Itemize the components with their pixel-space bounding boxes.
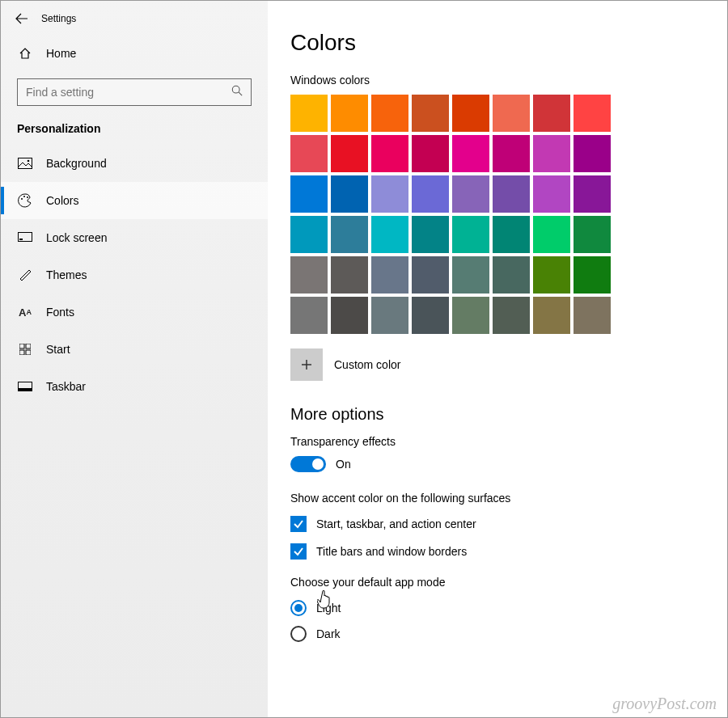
color-swatch[interactable]: [533, 297, 570, 334]
color-swatch[interactable]: [574, 297, 611, 334]
color-swatch[interactable]: [371, 135, 408, 172]
color-swatch[interactable]: [533, 95, 570, 132]
color-swatch[interactable]: [371, 256, 408, 294]
sidebar-item-colors[interactable]: Colors: [1, 182, 268, 219]
color-swatch[interactable]: [574, 175, 611, 213]
color-swatch[interactable]: [452, 297, 489, 334]
color-swatch[interactable]: [412, 256, 449, 294]
color-swatch[interactable]: [371, 297, 408, 334]
color-swatch[interactable]: [290, 256, 328, 294]
picture-icon: [17, 155, 33, 171]
custom-color-button[interactable]: [290, 348, 323, 381]
radio-label: Light: [316, 602, 341, 615]
color-swatch[interactable]: [371, 95, 408, 132]
window-title: Settings: [41, 13, 76, 24]
monitor-icon: [17, 230, 33, 246]
color-swatch[interactable]: [533, 175, 570, 213]
sidebar-item-lock-screen[interactable]: Lock screen: [1, 219, 268, 256]
arrow-left-icon: [15, 12, 28, 25]
search-input-wrap[interactable]: [17, 78, 252, 106]
transparency-toggle[interactable]: [290, 456, 326, 472]
radio-dark[interactable]: [290, 626, 307, 642]
color-swatch[interactable]: [574, 135, 611, 172]
more-options-heading: More options: [290, 405, 711, 424]
color-swatch[interactable]: [493, 297, 530, 334]
color-swatch[interactable]: [452, 256, 489, 294]
color-swatch[interactable]: [412, 95, 449, 132]
color-swatch[interactable]: [331, 175, 368, 213]
brush-icon: [17, 267, 33, 283]
nav-list: Background Colors Lock screen Themes AA …: [1, 145, 268, 405]
font-icon: AA: [17, 304, 33, 320]
sidebar-item-label: Taskbar: [46, 380, 86, 393]
color-swatch[interactable]: [290, 95, 328, 132]
color-swatch[interactable]: [574, 95, 611, 132]
color-swatch[interactable]: [290, 175, 328, 213]
color-swatch[interactable]: [452, 175, 489, 213]
radio-light[interactable]: [290, 600, 307, 616]
sidebar-item-taskbar[interactable]: Taskbar: [1, 368, 268, 405]
sidebar-item-label: Colors: [46, 194, 78, 207]
color-swatch[interactable]: [533, 256, 570, 294]
sidebar-item-fonts[interactable]: AA Fonts: [1, 294, 268, 331]
custom-color-row: Custom color: [290, 348, 711, 381]
color-swatch[interactable]: [412, 297, 449, 334]
color-swatch[interactable]: [574, 256, 611, 294]
color-swatch[interactable]: [533, 216, 570, 253]
page-title: Colors: [290, 30, 711, 56]
checkmark-icon: [293, 518, 304, 530]
search-icon: [231, 85, 243, 99]
app-mode-label: Choose your default app mode: [290, 576, 711, 589]
back-button[interactable]: [7, 4, 36, 33]
sidebar-item-label: Lock screen: [46, 231, 107, 244]
search-input[interactable]: [26, 86, 220, 99]
start-icon: [17, 341, 33, 357]
color-swatch[interactable]: [331, 135, 368, 172]
color-swatch[interactable]: [331, 256, 368, 294]
checkbox-label: Title bars and window borders: [316, 545, 467, 558]
color-swatch-grid: [290, 95, 711, 334]
svg-point-3: [21, 198, 23, 200]
color-swatch[interactable]: [452, 216, 489, 253]
search-container: [17, 78, 252, 106]
svg-rect-10: [19, 350, 24, 355]
palette-icon: [17, 192, 33, 209]
svg-rect-1: [19, 158, 32, 169]
sidebar-item-start[interactable]: Start: [1, 331, 268, 368]
sidebar-item-label: Themes: [46, 268, 87, 281]
color-swatch[interactable]: [574, 216, 611, 253]
sidebar-item-label: Fonts: [46, 306, 74, 319]
accent-surfaces-label: Show accent color on the following surfa…: [290, 492, 711, 505]
sidebar: Settings Home Personalization Background: [1, 1, 268, 717]
color-swatch[interactable]: [290, 297, 328, 334]
home-nav[interactable]: Home: [1, 36, 268, 70]
plus-icon: [300, 358, 313, 371]
sidebar-item-background[interactable]: Background: [1, 145, 268, 182]
color-swatch[interactable]: [452, 135, 489, 172]
custom-color-label: Custom color: [334, 358, 400, 371]
color-swatch[interactable]: [371, 175, 408, 213]
color-swatch[interactable]: [452, 95, 489, 132]
color-swatch[interactable]: [493, 135, 530, 172]
color-swatch[interactable]: [331, 95, 368, 132]
color-swatch[interactable]: [533, 135, 570, 172]
color-swatch[interactable]: [331, 297, 368, 334]
checkbox-title-bars[interactable]: [290, 543, 307, 560]
color-swatch[interactable]: [493, 175, 530, 213]
color-swatch[interactable]: [412, 135, 449, 172]
color-swatch[interactable]: [331, 216, 368, 253]
color-swatch[interactable]: [493, 256, 530, 294]
color-swatch[interactable]: [290, 135, 328, 172]
color-swatch[interactable]: [493, 95, 530, 132]
color-swatch[interactable]: [412, 216, 449, 253]
color-swatch[interactable]: [290, 216, 328, 253]
checkbox-start-taskbar[interactable]: [290, 516, 307, 532]
color-swatch[interactable]: [412, 175, 449, 213]
sidebar-item-themes[interactable]: Themes: [1, 256, 268, 294]
color-swatch[interactable]: [493, 216, 530, 253]
transparency-label: Transparency effects: [290, 435, 711, 448]
svg-point-0: [232, 86, 239, 93]
svg-point-2: [28, 160, 30, 163]
taskbar-icon: [17, 378, 33, 395]
color-swatch[interactable]: [371, 216, 408, 253]
